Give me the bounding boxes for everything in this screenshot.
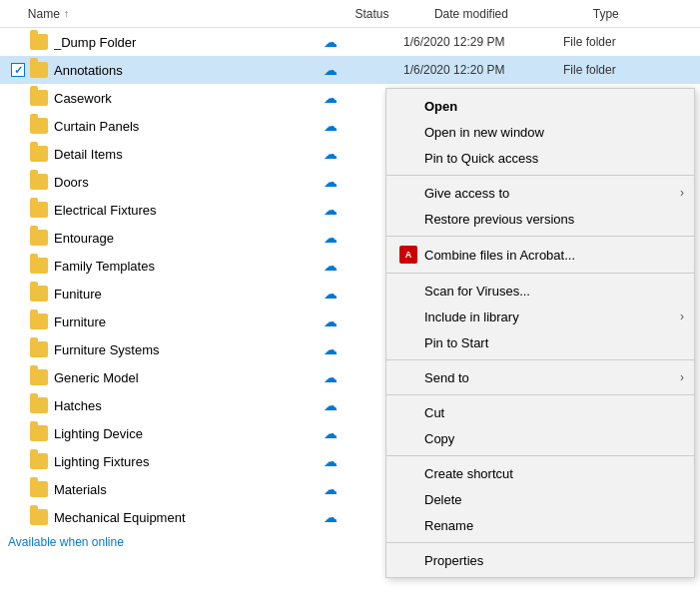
file-date: 1/6/2020 12:29 PM: [403, 35, 563, 49]
file-name-label: Furniture: [54, 314, 324, 329]
menu-item-label: Give access to: [424, 186, 509, 201]
file-checkbox[interactable]: ✓: [8, 63, 28, 77]
menu-item[interactable]: Include in library›: [386, 304, 694, 329]
cloud-sync-icon: ☁: [324, 397, 338, 413]
menu-section: OpenOpen in new windowPin to Quick acces…: [386, 89, 694, 176]
cloud-sync-icon: ☁: [324, 62, 338, 78]
column-headers: Name ↑ Status Date modified Type: [0, 0, 700, 28]
file-name-label: Lighting Fixtures: [54, 454, 324, 469]
col-header-date[interactable]: Date modified: [434, 0, 593, 27]
cloud-sync-icon: ☁: [324, 118, 338, 134]
menu-section: Properties: [386, 543, 694, 577]
menu-item[interactable]: Copy: [386, 425, 694, 451]
file-name-label: Annotations: [54, 63, 324, 78]
menu-item-label: Combine files in Acrobat...: [424, 248, 575, 263]
col-header-name[interactable]: Name ↑: [28, 0, 355, 27]
menu-item[interactable]: Give access to›: [386, 180, 694, 206]
cloud-sync-icon: ☁: [324, 341, 338, 357]
cloud-sync-icon: ☁: [324, 509, 338, 525]
cloud-sync-icon: ☁: [324, 481, 338, 497]
folder-icon: [30, 313, 48, 329]
file-name-label: Entourage: [54, 231, 324, 246]
folder-icon: [30, 453, 48, 469]
menu-item[interactable]: Pin to Quick access: [386, 145, 694, 171]
menu-item[interactable]: ACombine files in Acrobat...: [386, 241, 694, 269]
folder-icon: [30, 90, 48, 106]
file-name-label: Doors: [54, 175, 324, 190]
checkbox-checked: ✓: [11, 63, 25, 77]
cloud-sync-icon: ☁: [324, 453, 338, 469]
menu-item[interactable]: Rename: [386, 512, 694, 538]
folder-icon: [30, 146, 48, 162]
file-name-label: Hatches: [54, 398, 324, 413]
menu-section: ACombine files in Acrobat...: [386, 237, 694, 274]
file-type: File folder: [563, 63, 663, 77]
cloud-sync-icon: ☁: [324, 174, 338, 190]
cloud-sync-icon: ☁: [324, 369, 338, 385]
folder-icon: [30, 62, 48, 78]
file-name-label: Casework: [54, 91, 324, 106]
file-explorer: Name ↑ Status Date modified Type _Dump F…: [0, 0, 700, 615]
menu-item[interactable]: Cut: [386, 399, 694, 425]
menu-item-icon: A: [398, 246, 418, 264]
col-header-type[interactable]: Type: [593, 0, 692, 27]
menu-item-label: Properties: [424, 553, 483, 568]
menu-item-label: Scan for Viruses...: [424, 284, 530, 299]
menu-item[interactable]: Open in new window: [386, 119, 694, 145]
menu-item[interactable]: Properties: [386, 547, 694, 573]
menu-item-label: Pin to Quick access: [424, 151, 538, 166]
menu-item-label: Open: [424, 99, 457, 114]
file-status: ☁: [324, 34, 403, 50]
menu-item[interactable]: Restore previous versions: [386, 206, 694, 232]
cloud-sync-icon: ☁: [324, 34, 338, 50]
menu-item-label: Copy: [424, 431, 454, 446]
menu-item[interactable]: Open: [386, 93, 694, 119]
file-row[interactable]: _Dump Folder☁1/6/2020 12:29 PMFile folde…: [0, 28, 700, 56]
file-name-label: Funiture: [54, 287, 324, 302]
menu-section: CutCopy: [386, 395, 694, 456]
cloud-sync-icon: ☁: [324, 230, 338, 246]
menu-item[interactable]: Pin to Start: [386, 329, 694, 355]
menu-item[interactable]: Send to›: [386, 364, 694, 390]
file-date: 1/6/2020 12:20 PM: [403, 63, 563, 77]
file-type: File folder: [563, 35, 663, 49]
col-type-label: Type: [593, 7, 619, 21]
menu-item-label: Cut: [424, 405, 444, 420]
folder-icon: [30, 202, 48, 218]
file-name-label: Electrical Fixtures: [54, 203, 324, 218]
file-row[interactable]: ✓Annotations☁1/6/2020 12:20 PMFile folde…: [0, 56, 700, 84]
file-name-label: Family Templates: [54, 259, 324, 274]
folder-icon: [30, 258, 48, 274]
cloud-sync-icon: ☁: [324, 258, 338, 274]
menu-section: Send to›: [386, 360, 694, 395]
menu-section: Create shortcutDeleteRename: [386, 456, 694, 543]
cloud-sync-icon: ☁: [324, 313, 338, 329]
menu-item[interactable]: Scan for Viruses...: [386, 278, 694, 304]
col-status-label: Status: [354, 7, 388, 21]
folder-icon: [30, 397, 48, 413]
folder-icon: [30, 341, 48, 357]
folder-icon: [30, 230, 48, 246]
menu-item-label: Pin to Start: [424, 335, 488, 350]
menu-item[interactable]: Create shortcut: [386, 460, 694, 486]
menu-item-label: Create shortcut: [424, 466, 513, 481]
menu-item[interactable]: Delete: [386, 486, 694, 512]
acrobat-icon: A: [399, 246, 417, 264]
menu-section: Give access to›Restore previous versions: [386, 176, 694, 237]
col-header-status[interactable]: Status: [354, 0, 433, 27]
file-name-label: Curtain Panels: [54, 119, 324, 134]
menu-item-label: Include in library: [424, 309, 519, 324]
submenu-arrow-icon: ›: [680, 186, 684, 200]
col-date-label: Date modified: [434, 7, 508, 21]
file-name-label: Furniture Systems: [54, 342, 324, 357]
cloud-sync-icon: ☁: [324, 202, 338, 218]
folder-icon: [30, 509, 48, 525]
menu-item-label: Open in new window: [424, 125, 544, 140]
folder-icon: [30, 118, 48, 134]
menu-section: Scan for Viruses...Include in library›Pi…: [386, 274, 694, 360]
folder-icon: [30, 286, 48, 302]
folder-icon: [30, 481, 48, 497]
folder-icon: [30, 34, 48, 50]
file-name-label: Generic Model: [54, 370, 324, 385]
menu-item-label: Restore previous versions: [424, 212, 574, 227]
